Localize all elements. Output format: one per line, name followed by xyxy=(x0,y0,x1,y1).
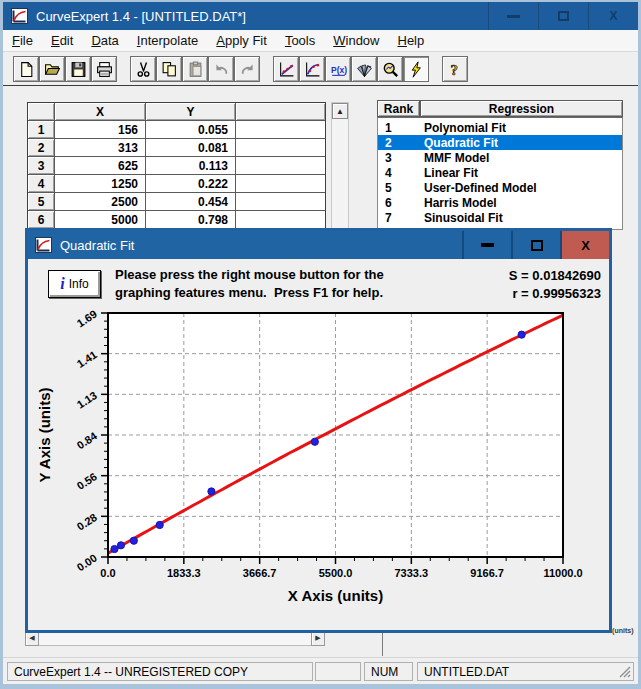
maximize-button[interactable] xyxy=(538,2,588,30)
undo-button[interactable] xyxy=(208,56,234,82)
window-title: CurveExpert 1.4 - [UNTITLED.DAT*] xyxy=(36,9,246,24)
menu-item-edit[interactable]: Edit xyxy=(42,31,82,50)
rank-list-item-quadratic-fit[interactable]: 2Quadratic Fit xyxy=(378,135,622,150)
fit-linear-button[interactable] xyxy=(273,56,299,82)
rank-list-item-mmf-model[interactable]: 3MMF Model xyxy=(378,150,622,165)
table-cell[interactable]: 0.055 xyxy=(146,121,236,139)
new-document-button[interactable] xyxy=(13,56,39,82)
regression-column-header[interactable]: Regression xyxy=(420,100,623,117)
row-header[interactable]: 5 xyxy=(28,193,55,211)
data-point xyxy=(208,488,215,495)
table-cell[interactable]: 0.113 xyxy=(146,157,236,175)
column-header-blank[interactable] xyxy=(236,103,325,121)
function-info-button[interactable]: P(x) xyxy=(325,56,351,82)
menu-item-data[interactable]: Data xyxy=(82,31,127,50)
fit-curve-button[interactable] xyxy=(299,56,325,82)
table-cell[interactable] xyxy=(236,193,325,211)
regression-name: Polynomial Fit xyxy=(424,121,506,135)
x-axis-title: X Axis (units) xyxy=(288,587,383,604)
table-cell[interactable] xyxy=(236,121,325,139)
scroll-up-button[interactable]: ▲ xyxy=(332,103,348,119)
row-header[interactable]: 3 xyxy=(28,157,55,175)
table-cell[interactable]: 625 xyxy=(55,157,146,175)
rank-list-item-polynomial-fit[interactable]: 1Polynomial Fit xyxy=(378,120,622,135)
copy-icon xyxy=(161,61,178,78)
rank-list-item-sinusoidal-fit[interactable]: 7Sinusoidal Fit xyxy=(378,210,622,225)
data-point xyxy=(111,545,118,552)
table-cell[interactable] xyxy=(236,211,325,229)
fit-plot[interactable]: 0.01833.33666.75500.07333.39166.711000.0… xyxy=(28,298,609,630)
cut-button[interactable] xyxy=(130,56,156,82)
rank-list-item-user-defined-model[interactable]: 5User-Defined Model xyxy=(378,180,622,195)
rank-number: 2 xyxy=(378,136,424,150)
y-tick-label: 0.84 xyxy=(75,429,100,451)
rank-list-item-harris-model[interactable]: 6Harris Model xyxy=(378,195,622,210)
table-cell[interactable]: 0.081 xyxy=(146,139,236,157)
row-header[interactable]: 2 xyxy=(28,139,55,157)
table-scrollbar[interactable]: ▲ xyxy=(331,102,349,230)
curve-finder-button[interactable] xyxy=(351,56,377,82)
save-file-button[interactable] xyxy=(65,56,91,82)
row-header[interactable]: 4 xyxy=(28,175,55,193)
paste-button[interactable] xyxy=(182,56,208,82)
help-button[interactable]: ? xyxy=(442,56,468,82)
status-file-name: UNTITLED.DAT xyxy=(417,662,634,681)
column-header-y[interactable]: Y xyxy=(146,103,236,121)
regression-name: Harris Model xyxy=(424,196,497,210)
fit-help-message: Please press the right mouse button for … xyxy=(115,266,384,302)
menu-item-help[interactable]: Help xyxy=(388,31,433,50)
fit-minimize-button[interactable] xyxy=(462,231,511,259)
data-point xyxy=(130,537,137,544)
main-titlebar[interactable]: CurveExpert 1.4 - [UNTITLED.DAT*] X xyxy=(3,2,638,30)
fit-window-titlebar[interactable]: Quadratic Fit X xyxy=(28,231,609,259)
rank-list-item-linear-fit[interactable]: 4Linear Fit xyxy=(378,165,622,180)
column-header-x[interactable]: X xyxy=(55,103,146,121)
regression-name: Sinusoidal Fit xyxy=(424,211,503,225)
open-file-button[interactable] xyxy=(39,56,65,82)
menu-item-interpolate[interactable]: Interpolate xyxy=(128,31,207,50)
close-button[interactable]: X xyxy=(588,2,638,30)
y-tick-label: 1.13 xyxy=(75,389,100,411)
table-cell[interactable] xyxy=(236,157,325,175)
table-cell[interactable]: 0.222 xyxy=(146,175,236,193)
menu-item-tools[interactable]: Tools xyxy=(276,31,324,50)
minimize-icon xyxy=(507,15,520,18)
row-header[interactable]: 6 xyxy=(28,211,55,229)
table-cell[interactable]: 1250 xyxy=(55,175,146,193)
redo-button[interactable] xyxy=(234,56,260,82)
info-button[interactable]: i Info xyxy=(48,270,101,298)
table-cell[interactable] xyxy=(236,139,325,157)
menu-item-file[interactable]: File xyxy=(3,31,42,50)
regression-name: Quadratic Fit xyxy=(424,136,498,150)
minimize-button[interactable] xyxy=(488,2,538,30)
copy-button[interactable] xyxy=(156,56,182,82)
menu-item-apply-fit[interactable]: Apply Fit xyxy=(207,31,276,50)
regression-name: Linear Fit xyxy=(424,166,478,180)
table-cell[interactable]: 2500 xyxy=(55,193,146,211)
row-header[interactable]: 1 xyxy=(28,121,55,139)
fit-close-button[interactable]: X xyxy=(560,231,609,259)
table-cell[interactable]: 156 xyxy=(55,121,146,139)
x-tick-label: 3666.7 xyxy=(243,567,277,579)
curveexpert-screen: CurveExpert 1.4 - [UNTITLED.DAT*] X File… xyxy=(0,0,641,689)
maximize-icon xyxy=(531,240,543,251)
table-cell[interactable]: 313 xyxy=(55,139,146,157)
resize-grip[interactable] xyxy=(618,665,631,678)
x-tick-label: 5500.0 xyxy=(319,567,353,579)
zoom-graph-button[interactable] xyxy=(377,56,403,82)
quick-fit-button[interactable] xyxy=(403,56,429,82)
column-header-blank[interactable] xyxy=(28,103,55,121)
print-button[interactable] xyxy=(91,56,117,82)
x-tick-label: 7333.3 xyxy=(395,567,429,579)
table-cell[interactable]: 0.798 xyxy=(146,211,236,229)
status-registration: CurveExpert 1.4 -- UNREGISTERED COPY xyxy=(7,662,313,681)
table-cell[interactable]: 5000 xyxy=(55,211,146,229)
rank-number: 7 xyxy=(378,211,424,225)
fit-maximize-button[interactable] xyxy=(511,231,560,259)
table-cell[interactable]: 0.454 xyxy=(146,193,236,211)
menu-item-window[interactable]: Window xyxy=(324,31,388,50)
data-point xyxy=(311,438,318,445)
rank-column-header[interactable]: Rank xyxy=(377,100,420,117)
table-cell[interactable] xyxy=(236,175,325,193)
x-tick-label: 11000.0 xyxy=(543,567,582,579)
